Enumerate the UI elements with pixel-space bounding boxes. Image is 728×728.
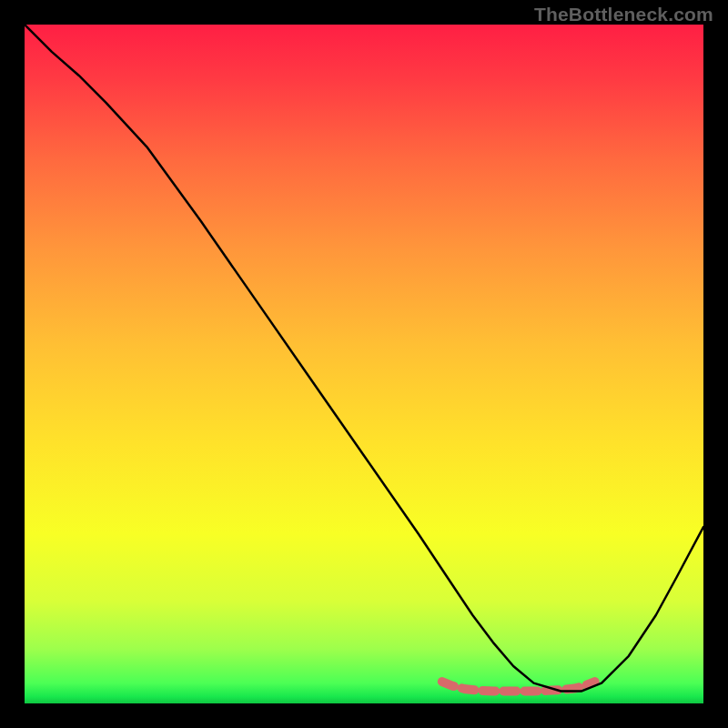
chart-container: { "watermark": "TheBottleneck.com", "cha… xyxy=(0,0,728,728)
plot-area xyxy=(25,25,703,703)
highlight-band xyxy=(442,682,595,691)
bottleneck-curve xyxy=(25,25,703,692)
curve-layer xyxy=(25,25,703,703)
watermark-text: TheBottleneck.com xyxy=(534,4,713,25)
